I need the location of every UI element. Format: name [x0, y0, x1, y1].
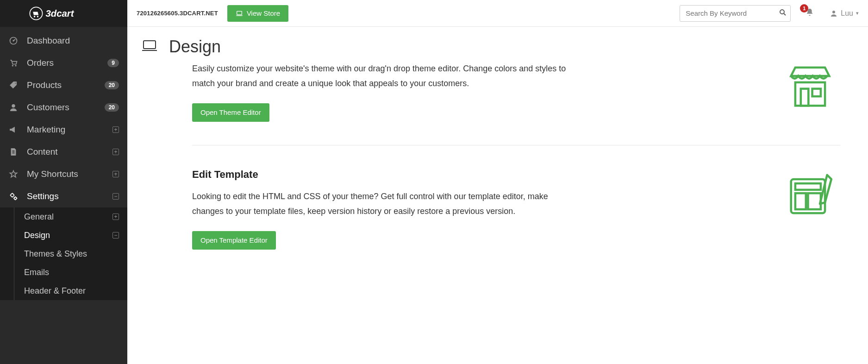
sidebar-item-label: Header & Footer [24, 286, 119, 296]
laptop-icon [236, 10, 243, 17]
star-icon [8, 169, 19, 179]
search-wrap [680, 5, 791, 22]
sidebar-item-dashboard[interactable]: Dashboard [0, 30, 127, 52]
brand-logo[interactable]: 3dcart [0, 0, 127, 27]
svg-point-9 [12, 104, 15, 107]
sidebar-subitem-design[interactable]: Design [0, 226, 127, 245]
svg-point-5 [13, 40, 14, 42]
topbar: 720126265605.3DCART.NET View Store 1 Luu… [127, 0, 868, 27]
sidebar-item-label: Products [27, 80, 105, 90]
svg-point-14 [832, 11, 835, 13]
svg-point-13 [780, 10, 784, 14]
sidebar-item-content[interactable]: Content [0, 141, 127, 163]
svg-point-1 [34, 16, 35, 17]
page-title: Design [169, 37, 221, 56]
sidebar-item-products[interactable]: Products 20 [0, 74, 127, 96]
collapse-icon[interactable] [112, 232, 119, 238]
svg-rect-20 [795, 183, 821, 190]
user-icon [830, 9, 838, 18]
bullhorn-icon [8, 125, 19, 135]
svg-point-10 [11, 194, 14, 197]
gears-icon [8, 191, 19, 201]
products-badge: 20 [105, 81, 119, 89]
section-desc: Easily customize your website's theme wi… [192, 61, 581, 91]
view-store-label: View Store [247, 9, 280, 17]
sidebar-item-label: Design [24, 231, 112, 240]
sidebar-subitem-emails[interactable]: Emails [0, 263, 127, 282]
sidebar-item-orders[interactable]: Orders 9 [0, 52, 127, 74]
template-icon [780, 169, 840, 250]
view-store-button[interactable]: View Store [227, 5, 288, 22]
search-input[interactable] [680, 5, 791, 22]
sidebar-subitem-headerfooter[interactable]: Header & Footer [0, 282, 127, 300]
svg-point-8 [15, 83, 16, 84]
card-column: Easily customize your website's theme wi… [192, 61, 840, 273]
svg-rect-22 [808, 193, 821, 209]
sidebar: 3dcart Dashboard Orders 9 Products 20 [0, 0, 127, 364]
store-domain: 720126265605.3DCART.NET [137, 10, 218, 17]
logo-3dcart-icon: 3dcart [28, 6, 99, 21]
svg-rect-15 [144, 41, 156, 49]
sidebar-subitem-themes[interactable]: Themes & Styles [0, 245, 127, 263]
expand-icon[interactable] [112, 213, 119, 220]
tag-icon [8, 80, 19, 90]
svg-rect-21 [795, 193, 806, 209]
sidebar-item-label: My Shortcuts [27, 169, 112, 179]
sidebar-item-label: Settings [27, 191, 112, 201]
main-nav: Dashboard Orders 9 Products 20 Customers… [0, 27, 127, 364]
sidebar-item-label: Customers [27, 102, 105, 113]
orders-badge: 9 [107, 59, 119, 67]
sidebar-item-label: Themes & Styles [24, 249, 119, 259]
notifications-button[interactable]: 1 [805, 7, 815, 19]
storefront-icon [780, 61, 840, 122]
search-icon[interactable] [779, 8, 787, 19]
sidebar-item-label: Emails [24, 268, 119, 277]
open-theme-editor-button[interactable]: Open Theme Editor [192, 103, 269, 122]
cart-icon [8, 58, 19, 68]
customers-badge: 20 [105, 103, 119, 112]
main: 720126265605.3DCART.NET View Store 1 Luu… [127, 0, 868, 364]
section-edit-template: Edit Template Looking to edit the HTML a… [192, 169, 840, 273]
expand-icon[interactable] [112, 171, 119, 177]
page-header: Design [127, 27, 868, 61]
content-area: Easily customize your website's theme wi… [127, 61, 868, 364]
section-text: Edit Template Looking to edit the HTML a… [192, 169, 762, 250]
sidebar-item-label: Marketing [27, 125, 112, 135]
svg-rect-18 [812, 89, 821, 97]
svg-point-2 [37, 16, 38, 17]
collapse-icon[interactable] [112, 193, 119, 200]
sidebar-item-marketing[interactable]: Marketing [0, 119, 127, 141]
sidebar-item-label: General [24, 212, 112, 222]
file-icon [8, 147, 19, 157]
svg-point-7 [15, 65, 17, 67]
sidebar-item-label: Content [27, 147, 112, 157]
chevron-down-icon: ▾ [856, 10, 859, 16]
svg-rect-17 [801, 89, 809, 106]
section-theme-editor: Easily customize your website's theme wi… [192, 61, 840, 145]
laptop-icon [141, 39, 158, 55]
sidebar-item-settings[interactable]: Settings [0, 185, 127, 207]
svg-text:3dcart: 3dcart [45, 8, 74, 19]
user-icon [8, 102, 19, 113]
sidebar-item-shortcuts[interactable]: My Shortcuts [0, 163, 127, 185]
settings-subnav: General Design Themes & Styles Emails He… [0, 207, 127, 300]
dashboard-icon [8, 36, 19, 46]
sidebar-item-label: Orders [27, 58, 107, 68]
sidebar-item-label: Dashboard [27, 36, 119, 46]
user-menu[interactable]: Luu ▾ [830, 9, 859, 18]
sidebar-item-customers[interactable]: Customers 20 [0, 96, 127, 119]
sidebar-subitem-general[interactable]: General [0, 207, 127, 226]
expand-icon[interactable] [112, 126, 119, 133]
open-template-editor-button[interactable]: Open Template Editor [192, 231, 276, 250]
expand-icon[interactable] [112, 149, 119, 155]
button-label: Open Template Editor [200, 236, 268, 244]
svg-point-6 [12, 65, 13, 67]
section-text: Easily customize your website's theme wi… [192, 61, 762, 122]
section-desc: Looking to edit the HTML and CSS of your… [192, 189, 581, 219]
section-title: Edit Template [192, 169, 762, 181]
svg-rect-12 [237, 11, 242, 14]
user-name: Luu [841, 9, 853, 18]
notification-badge: 1 [800, 4, 808, 13]
svg-point-11 [14, 197, 17, 200]
button-label: Open Theme Editor [200, 108, 261, 116]
